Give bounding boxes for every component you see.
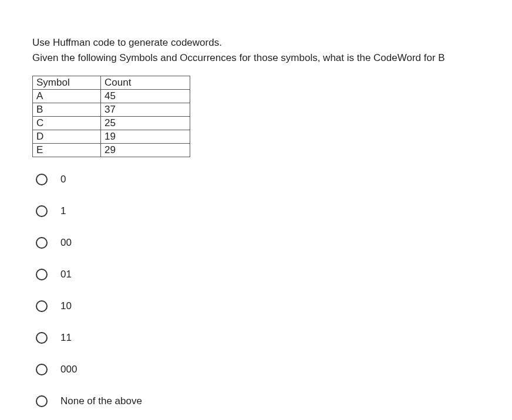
table-row: B 37 (33, 103, 190, 117)
cell-count: 45 (101, 90, 190, 103)
radio-icon (36, 174, 48, 185)
table-header-row: Symbol Count (33, 76, 190, 90)
radio-icon (36, 364, 48, 375)
option-none[interactable]: None of the above (36, 395, 480, 407)
answer-options: 0 1 00 01 10 11 000 None of the above (32, 174, 480, 407)
option-label: 11 (60, 332, 72, 344)
option-10[interactable]: 10 (36, 300, 480, 312)
option-00[interactable]: 00 (36, 237, 480, 249)
radio-icon (36, 205, 48, 217)
radio-icon (36, 237, 48, 249)
question-line-2: Given the following Symbols and Occurren… (32, 52, 445, 63)
radio-icon (36, 269, 48, 280)
option-label: None of the above (60, 395, 142, 407)
symbol-count-table: Symbol Count A 45 B 37 C 25 D 19 E 29 (32, 76, 190, 157)
cell-count: 37 (101, 103, 190, 117)
option-label: 01 (60, 269, 72, 280)
option-01[interactable]: 01 (36, 269, 480, 280)
cell-count: 25 (101, 117, 190, 130)
header-count: Count (101, 76, 190, 90)
option-000[interactable]: 000 (36, 364, 480, 375)
option-1[interactable]: 1 (36, 205, 480, 217)
radio-icon (36, 300, 48, 312)
radio-icon (36, 395, 48, 407)
table-row: D 19 (33, 130, 190, 144)
cell-symbol: C (33, 117, 101, 130)
header-symbol: Symbol (33, 76, 101, 90)
cell-count: 29 (101, 144, 190, 157)
cell-symbol: A (33, 90, 101, 103)
option-11[interactable]: 11 (36, 332, 480, 344)
cell-symbol: B (33, 103, 101, 117)
option-label: 00 (60, 237, 72, 249)
table-row: A 45 (33, 90, 190, 103)
radio-icon (36, 332, 48, 344)
table-row: E 29 (33, 144, 190, 157)
cell-count: 19 (101, 130, 190, 144)
option-label: 000 (60, 364, 77, 375)
cell-symbol: E (33, 144, 101, 157)
option-0[interactable]: 0 (36, 174, 480, 185)
table-row: C 25 (33, 117, 190, 130)
question-text: Use Huffman code to generate codewords. … (32, 35, 480, 65)
option-label: 0 (60, 174, 66, 185)
option-label: 1 (60, 205, 66, 217)
cell-symbol: D (33, 130, 101, 144)
option-label: 10 (60, 300, 72, 312)
question-line-1: Use Huffman code to generate codewords. (32, 37, 222, 48)
